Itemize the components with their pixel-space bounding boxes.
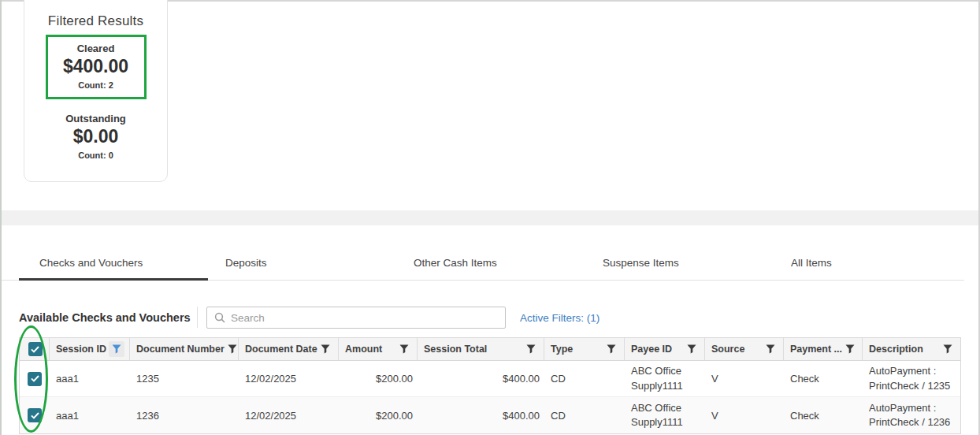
cell-payee-id: ABC Office Supply1111 [625, 397, 705, 433]
checks-vouchers-table: Session ID Document Number Document Date… [19, 337, 961, 434]
filter-icon-document-date[interactable] [317, 341, 333, 357]
cell-description: AutoPayment : PrintCheck / 1236 [863, 397, 960, 433]
outstanding-amount: $0.00 [24, 126, 167, 147]
table-row: aaa1 1236 12/02/2025 $200.00 $400.00 CD … [20, 397, 960, 433]
header-session-total: Session Total [418, 338, 544, 360]
cell-payment: Check [784, 397, 863, 433]
table-header-row: Session ID Document Number Document Date… [20, 338, 960, 361]
header-type: Type [544, 338, 625, 360]
header-payee-id: Payee ID [625, 338, 705, 360]
outstanding-count: Count: 0 [24, 151, 167, 160]
checkmark-icon [31, 412, 39, 419]
cell-document-number: 1235 [130, 361, 239, 396]
cell-session-id: aaa1 [50, 397, 130, 433]
filter-icon-session-id[interactable] [109, 341, 124, 357]
tab-all-items[interactable]: All Items [791, 257, 832, 269]
filter-icon-session-total[interactable] [523, 341, 539, 357]
tab-checks-and-vouchers[interactable]: Checks and Vouchers [39, 257, 143, 269]
row-checkbox-cell [20, 361, 50, 396]
filter-icon-source[interactable] [763, 341, 778, 357]
cell-description: AutoPayment : PrintCheck / 1235 [863, 361, 960, 396]
cleared-amount: $400.00 [48, 56, 144, 77]
header-source: Source [705, 338, 784, 360]
filter-icon-payment[interactable] [842, 341, 858, 357]
cell-payment: Check [784, 361, 863, 396]
filter-icon-payee-id[interactable] [684, 341, 700, 357]
table-toolbar: Available Checks and Vouchers Active Fil… [2, 306, 978, 329]
row-checkbox-cell [20, 397, 50, 433]
toolbar-divider [197, 307, 198, 328]
search-box[interactable] [206, 307, 506, 329]
cell-document-date: 12/02/2025 [239, 361, 339, 396]
header-amount: Amount [339, 338, 418, 360]
tab-suspense-items[interactable]: Suspense Items [603, 257, 679, 269]
filter-icon-document-number[interactable] [225, 341, 239, 357]
checkmark-icon [31, 346, 39, 353]
tab-other-cash-items[interactable]: Other Cash Items [414, 257, 497, 269]
header-session-id: Session ID [50, 338, 130, 360]
header-payment: Payment ... [784, 338, 863, 360]
tab-deposits[interactable]: Deposits [225, 257, 267, 269]
section-divider-band [2, 210, 978, 225]
header-document-date: Document Date [239, 338, 339, 360]
row-checkbox[interactable] [28, 372, 42, 386]
cell-amount: $200.00 [339, 397, 418, 433]
search-icon [214, 312, 225, 323]
tab-strip: Checks and Vouchers Deposits Other Cash … [2, 252, 978, 281]
header-select-all-cell [20, 338, 50, 360]
filtered-results-title: Filtered Results [24, 13, 167, 29]
section-title: Available Checks and Vouchers [19, 311, 191, 324]
cleared-highlight-box: Cleared $400.00 Count: 2 [46, 35, 147, 99]
filtered-results-card: Filtered Results Cleared $400.00 Count: … [24, 0, 168, 182]
cell-source: V [705, 397, 784, 433]
outstanding-label: Outstanding [24, 113, 167, 125]
active-filters-link[interactable]: Active Filters: (1) [520, 312, 600, 324]
filter-icon-amount[interactable] [396, 341, 412, 357]
cleared-count: Count: 2 [48, 80, 144, 90]
cell-document-date: 12/02/2025 [239, 397, 339, 433]
header-description: Description [863, 338, 960, 360]
select-all-checkbox[interactable] [28, 342, 43, 356]
cell-source: V [705, 361, 784, 396]
outstanding-box: Outstanding $0.00 Count: 0 [24, 113, 167, 160]
filter-icon-description[interactable] [940, 341, 956, 357]
header-document-number: Document Number [130, 338, 239, 360]
reconciliation-screen: Filtered Results Cleared $400.00 Count: … [0, 0, 980, 435]
table-row: aaa1 1235 12/02/2025 $200.00 $400.00 CD … [20, 361, 960, 397]
cell-session-id: aaa1 [50, 361, 130, 396]
cell-payee-id: ABC Office Supply1111 [625, 361, 705, 396]
cell-session-total: $400.00 [418, 361, 544, 396]
cell-document-number: 1236 [130, 397, 239, 433]
row-checkbox[interactable] [28, 408, 42, 422]
cell-session-total: $400.00 [418, 397, 544, 433]
checkmark-icon [31, 375, 39, 382]
cell-type: CD [544, 397, 625, 433]
search-input[interactable] [231, 312, 483, 324]
filter-icon-type[interactable] [603, 341, 619, 357]
cell-type: CD [544, 361, 625, 396]
cleared-label: Cleared [48, 43, 144, 54]
cell-amount: $200.00 [339, 361, 418, 396]
active-tab-underline [19, 278, 208, 281]
